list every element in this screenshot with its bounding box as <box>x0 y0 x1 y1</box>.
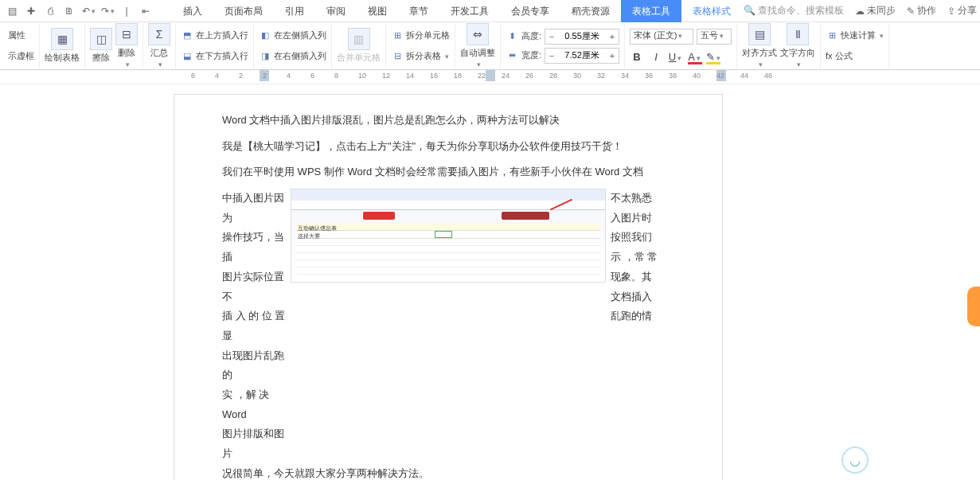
formula-button[interactable]: fx 公式 <box>826 48 884 65</box>
save-icon[interactable]: ▤ <box>3 2 21 20</box>
align-icon: ▤ <box>748 23 771 45</box>
delete-button[interactable]: ⊟删除 <box>115 23 138 68</box>
para-title: Word 文档中插入图片排版混乱，图片总是乱跑怎么办，两种方法可以解决 <box>222 111 674 131</box>
align-button[interactable]: ▤对齐方式 <box>742 23 777 68</box>
ruler-tick: 4 <box>287 72 291 80</box>
font-select[interactable]: 宋体 (正文) <box>630 29 693 45</box>
tab-review[interactable]: 审阅 <box>315 0 357 22</box>
undo-icon[interactable]: ↶ <box>80 2 97 20</box>
italic-button[interactable]: I <box>649 51 663 63</box>
tab-devtools[interactable]: 开发工具 <box>439 0 500 22</box>
ruler: 6422468101214161822242628303234363840424… <box>0 70 980 84</box>
unsync-button[interactable]: ☁ 未同步 <box>855 4 896 18</box>
wrap-right-col: 不太熟悉入图片时按照我们示 ，常 常现象。其文档插入乱跑的情 <box>611 189 674 464</box>
highlight-button[interactable]: ✎ <box>706 51 720 63</box>
tab-pagelayout[interactable]: 页面布局 <box>213 0 274 22</box>
showbox-button[interactable]: 示虚框 <box>8 48 34 65</box>
tab-resource[interactable]: 稻壳资源 <box>560 0 621 22</box>
ruler-tick: 4 <box>215 72 219 80</box>
tab-table-tools[interactable]: 表格工具 <box>621 0 681 22</box>
fastcalc-button[interactable]: ⊞快速计算 <box>826 27 884 45</box>
insert-above-button[interactable]: ⬒在上方插入行 <box>181 27 248 45</box>
height-icon: ⬍ <box>506 30 518 43</box>
ruler-tick: 38 <box>669 72 677 80</box>
ruler-tick: 44 <box>740 72 748 80</box>
height-input[interactable] <box>558 32 606 41</box>
autofit-button[interactable]: ⇔自动调整 <box>460 23 495 68</box>
collab-button[interactable]: ✎ 协作 <box>907 4 936 18</box>
tab-member[interactable]: 会员专享 <box>500 0 560 22</box>
ruler-tick: 16 <box>430 72 438 80</box>
insert-right-icon: ◨ <box>259 50 271 63</box>
ruler-tick: 10 <box>358 72 366 80</box>
tab-chapter[interactable]: 章节 <box>398 0 439 22</box>
insert-below-button[interactable]: ⬓在下方插入行 <box>181 48 248 65</box>
ruler-tick: 22 <box>478 72 486 80</box>
tab-table-style[interactable]: 表格样式 <box>681 0 742 22</box>
ruler-tick: 42 <box>716 72 724 80</box>
font-color-button[interactable]: A <box>687 51 701 63</box>
ruler-tick: 36 <box>645 72 653 80</box>
bold-button[interactable]: B <box>630 51 644 63</box>
insert-right-button[interactable]: ◨在右侧插入列 <box>259 48 326 65</box>
width-input[interactable] <box>558 51 606 60</box>
ruler-tick: 2 <box>239 72 243 80</box>
tab-view[interactable]: 视图 <box>357 0 398 22</box>
erase-button[interactable]: ◫擦除 <box>90 28 112 64</box>
underline-button[interactable]: U <box>668 51 682 63</box>
ruler-tick: 24 <box>502 72 510 80</box>
split-cell-button[interactable]: ⊞拆分单元格 <box>391 27 450 45</box>
print-icon[interactable]: ⎙ <box>41 2 59 20</box>
ruler-tick: 14 <box>406 72 414 80</box>
ruler-tick: 26 <box>525 72 533 80</box>
side-tab[interactable] <box>967 287 980 326</box>
para-body2: 况很简单，今天就跟大家分享两种解决方法。 <box>222 464 674 480</box>
search-placeholder: 查找命令、搜索模板 <box>758 5 844 16</box>
erase-icon: ◫ <box>90 28 112 50</box>
height-incr[interactable]: + <box>606 32 619 41</box>
size-select[interactable]: 五号 <box>697 29 732 45</box>
document-page: Word 文档中插入图片排版混乱，图片总是乱跑怎么办，两种方法可以解决 我是【桃… <box>174 94 723 480</box>
ruler-tick: 34 <box>621 72 629 80</box>
split-table-button[interactable]: ⊟拆分表格 <box>391 48 450 65</box>
fastcalc-icon: ⊞ <box>826 29 838 42</box>
para-intro: 我是【桃大喵学习记】，点击右上方"关注"，每天为你分享职场办公软件使用技巧干货！ <box>222 137 674 157</box>
split-table-icon: ⊟ <box>391 50 404 63</box>
indent-icon[interactable]: ⇤ <box>137 2 154 20</box>
search-input[interactable]: 🔍 查找命令、搜索模板 <box>744 4 844 18</box>
tab-insert[interactable]: 插入 <box>172 0 213 22</box>
ruler-tick: 28 <box>549 72 557 80</box>
preview-icon[interactable]: 🗎 <box>61 2 78 20</box>
wrap-left-col: 中插入图片因为操作技巧，当插图片实际位置不插 入 的 位 置 显出现图片乱跑的实… <box>222 189 286 464</box>
width-decr[interactable]: − <box>545 51 558 60</box>
textdir-button[interactable]: Ⅱ文字方向 <box>780 23 815 68</box>
redo-icon[interactable]: ↷ <box>99 2 116 20</box>
ruler-tick: 2 <box>263 72 267 80</box>
embedded-image[interactable]: 互动确认信息表 选择大赛 <box>291 189 606 283</box>
ruler-tick: 32 <box>597 72 605 80</box>
ruler-tick: 18 <box>454 72 462 80</box>
ruler-marker-mid[interactable] <box>486 70 495 81</box>
height-decr[interactable]: − <box>545 32 558 41</box>
ruler-tick: 46 <box>764 72 772 80</box>
insert-below-icon: ⬓ <box>181 50 193 63</box>
assistant-bubble[interactable]: ◡ <box>841 447 869 474</box>
ruler-tick: 6 <box>310 72 314 80</box>
merge-cells-button[interactable]: ▥合并单元格 <box>337 28 381 64</box>
width-icon: ⬌ <box>506 49 518 62</box>
split-cell-icon: ⊞ <box>391 29 404 42</box>
draw-table-button[interactable]: ▦ 绘制表格 <box>45 28 80 64</box>
tab-references[interactable]: 引用 <box>274 0 315 22</box>
para-body1: 我们在平时使用 WPS 制作 Word 文档时会经常需要插入图片，有些新手小伙伴… <box>222 162 674 182</box>
height-label: 高度: <box>521 30 541 42</box>
summary-button[interactable]: Σ汇总 <box>148 23 170 68</box>
insert-left-button[interactable]: ◧在左侧插入列 <box>259 27 326 45</box>
new-icon[interactable]: ✚ <box>22 2 40 20</box>
draw-table-icon: ▦ <box>51 28 73 50</box>
width-incr[interactable]: + <box>606 51 619 60</box>
delete-icon: ⊟ <box>115 23 138 45</box>
prop-button[interactable]: 属性 <box>8 27 34 45</box>
share-button[interactable]: ⇪ 分享 <box>947 4 977 18</box>
ruler-tick: 12 <box>382 72 390 80</box>
insert-left-icon: ◧ <box>259 29 271 42</box>
